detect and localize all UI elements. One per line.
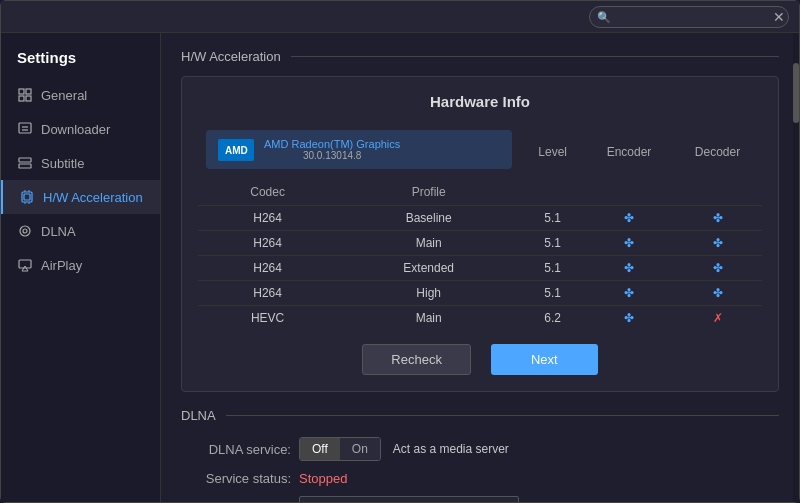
profile-cell: Main [337, 231, 520, 256]
sidebar-item-dlna[interactable]: DLNA [1, 214, 160, 248]
service-status-label: Service status: [181, 471, 291, 486]
downloader-label: Downloader [41, 122, 110, 137]
profile-cell: Baseline [337, 206, 520, 231]
service-name-input[interactable] [299, 496, 519, 502]
level-cell: 5.1 [520, 281, 585, 306]
recheck-button[interactable]: Recheck [362, 344, 471, 375]
dlna-section: DLNA DLNA service: Off On Act as a media… [181, 408, 779, 502]
gpu-version: 30.0.13014.8 [264, 150, 400, 161]
svg-rect-4 [19, 123, 31, 133]
level-cell: 5.1 [520, 231, 585, 256]
dlna-service-toggle[interactable]: Off On [299, 437, 381, 461]
svg-rect-3 [26, 96, 31, 101]
col-codec: Codec [198, 179, 337, 206]
subtitle-icon [17, 155, 33, 171]
amd-logo: AMD [218, 139, 254, 161]
airplay-label: AirPlay [41, 258, 82, 273]
scrollbar-track [793, 33, 799, 502]
svg-rect-7 [19, 158, 31, 162]
dlna-service-label: DLNA service: [181, 442, 291, 457]
codec-cell: H264 [198, 281, 337, 306]
gpu-name: AMD Radeon(TM) Graphics [264, 138, 400, 150]
general-icon [17, 87, 33, 103]
svg-point-15 [20, 226, 30, 236]
search-wrap: 🔍 [589, 6, 789, 28]
svg-point-16 [23, 229, 27, 233]
decoder-cell: ✤ [673, 206, 762, 231]
hardware-table: AMD AMD Radeon(TM) Graphics 30.0.13014.8 [198, 124, 762, 330]
table-row: H264 Extended 5.1 ✤ ✤ [198, 256, 762, 281]
svg-rect-1 [26, 89, 31, 94]
search-icon: 🔍 [597, 10, 611, 23]
profile-cell: Main [337, 306, 520, 331]
decoder-cell: ✤ [673, 256, 762, 281]
service-name-row: Service name: [181, 496, 779, 502]
service-name-label: Service name: [181, 502, 291, 503]
next-button[interactable]: Next [491, 344, 598, 375]
subtitle-label: Subtitle [41, 156, 84, 171]
main-content: Settings General [1, 33, 799, 502]
svg-text:AMD: AMD [225, 145, 248, 156]
table-row: H264 Baseline 5.1 ✤ ✤ [198, 206, 762, 231]
svg-rect-10 [24, 194, 30, 200]
hardware-info-box: Hardware Info AMD [181, 76, 779, 392]
sidebar-item-subtitle[interactable]: Subtitle [1, 146, 160, 180]
profile-cell: High [337, 281, 520, 306]
sidebar-item-airplay[interactable]: AirPlay [1, 248, 160, 282]
table-row: HEVC Main 6.2 ✤ ✗ [198, 306, 762, 331]
hw-button-row: Recheck Next [198, 344, 762, 375]
dlna-service-row: DLNA service: Off On Act as a media serv… [181, 437, 779, 461]
codec-cell: H264 [198, 231, 337, 256]
level-cell: 5.1 [520, 256, 585, 281]
level-cell: 5.1 [520, 206, 585, 231]
col-level: Level [520, 124, 585, 179]
svg-rect-2 [19, 96, 24, 101]
search-input[interactable] [589, 6, 789, 28]
dlna-icon [17, 223, 33, 239]
table-row: H264 Main 5.1 ✤ ✤ [198, 231, 762, 256]
table-row: H264 High 5.1 ✤ ✤ [198, 281, 762, 306]
encoder-cell: ✤ [585, 206, 673, 231]
sidebar-item-hw-acceleration[interactable]: H/W Acceleration [1, 180, 160, 214]
encoder-cell: ✤ [585, 256, 673, 281]
title-bar: 🔍 ✕ [1, 1, 799, 33]
hw-section-title: H/W Acceleration [181, 49, 779, 64]
svg-rect-8 [19, 164, 31, 168]
col-encoder: Encoder [585, 124, 673, 179]
dlna-service-on[interactable]: On [340, 438, 380, 460]
sidebar-item-general[interactable]: General [1, 78, 160, 112]
decoder-cell: ✤ [673, 231, 762, 256]
codec-cell: H264 [198, 206, 337, 231]
encoder-cell: ✤ [585, 306, 673, 331]
col-profile: Profile [337, 179, 520, 206]
svg-rect-0 [19, 89, 24, 94]
gpu-header: AMD AMD Radeon(TM) Graphics 30.0.13014.8 [206, 130, 512, 169]
decoder-cell: ✗ [673, 306, 762, 331]
col-decoder: Decoder [673, 124, 762, 179]
profile-cell: Extended [337, 256, 520, 281]
sidebar-item-downloader[interactable]: Downloader [1, 112, 160, 146]
dlna-service-off[interactable]: Off [300, 438, 340, 460]
dlna-act-media: Act as a media server [393, 442, 509, 456]
downloader-icon [17, 121, 33, 137]
dlna-section-title: DLNA [181, 408, 779, 423]
hw-icon [19, 189, 35, 205]
encoder-cell: ✤ [585, 281, 673, 306]
decoder-cell: ✤ [673, 281, 762, 306]
level-cell: 6.2 [520, 306, 585, 331]
encoder-cell: ✤ [585, 231, 673, 256]
right-panel: H/W Acceleration Hardware Info [161, 33, 799, 502]
gpu-info: AMD Radeon(TM) Graphics 30.0.13014.8 [264, 138, 400, 161]
codec-cell: HEVC [198, 306, 337, 331]
general-label: General [41, 88, 87, 103]
codec-cell: H264 [198, 256, 337, 281]
hw-label: H/W Acceleration [43, 190, 143, 205]
settings-window: 🔍 ✕ Settings General [0, 0, 800, 503]
close-button[interactable]: ✕ [771, 9, 787, 25]
dlna-label: DLNA [41, 224, 76, 239]
service-status-value: Stopped [299, 471, 347, 486]
service-status-row: Service status: Stopped [181, 471, 779, 486]
sidebar: Settings General [1, 33, 161, 502]
hardware-info-title: Hardware Info [198, 93, 762, 110]
scrollbar-thumb[interactable] [793, 63, 799, 123]
